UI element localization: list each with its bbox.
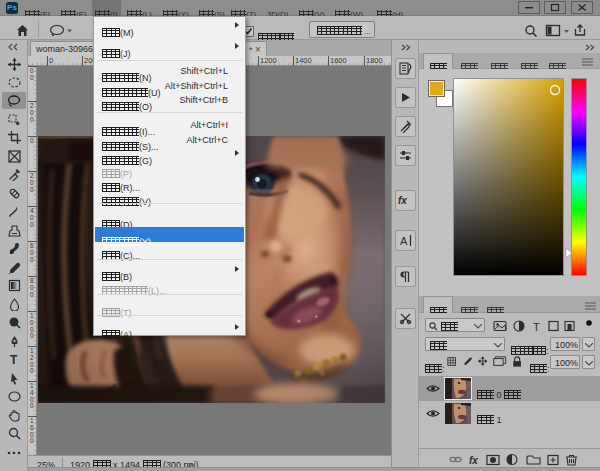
svg-text:T: T <box>10 353 18 366</box>
svg-text:A: A <box>400 235 408 247</box>
svg-text:T: T <box>533 321 540 333</box>
svg-text:fx: fx <box>398 195 407 206</box>
svg-text:fx: fx <box>469 455 478 466</box>
